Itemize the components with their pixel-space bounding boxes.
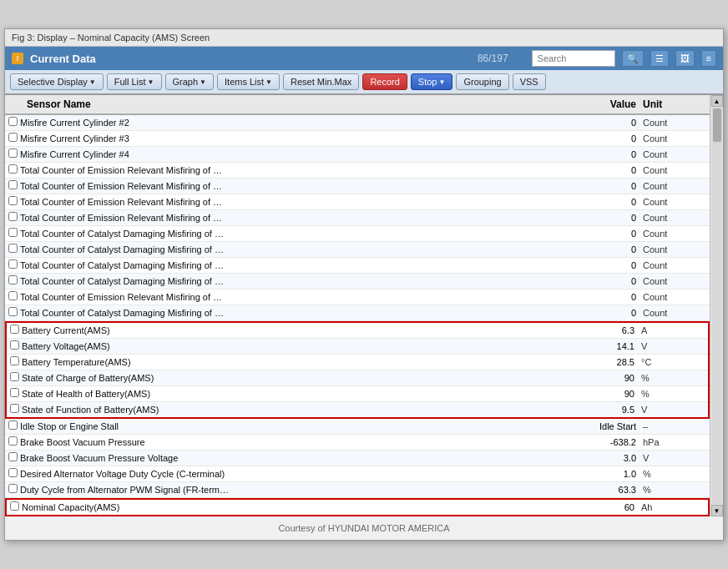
chevron-down-icon: ▼: [148, 78, 154, 86]
header-title: Current Data: [30, 53, 471, 65]
row-checkbox[interactable]: [8, 259, 18, 269]
scroll-up-button[interactable]: ▲: [711, 95, 723, 107]
table-row: Nominal Capacity(AMS) 60 Ah: [7, 500, 708, 515]
table-header: Sensor Name Value Unit: [5, 95, 710, 115]
table-row: State of Health of Battery(AMS) 90 %: [7, 386, 708, 402]
footer-text: Courtesy of HYUNDAI MOTOR AMERICA: [278, 523, 449, 533]
table-row: Duty Cycle from Alternator PWM Signal (F…: [5, 482, 710, 498]
table-row: Misfire Current Cylinder #3 0 Count: [5, 131, 710, 147]
row-checkbox[interactable]: [8, 164, 18, 174]
main-window: Fig 3: Display – Nominal Capacity (AMS) …: [4, 28, 724, 541]
chevron-down-icon: ▼: [265, 78, 272, 86]
graph-button[interactable]: Graph ▼: [165, 73, 215, 90]
table-row: Misfire Current Cylinder #2 0 Count: [5, 115, 710, 131]
window-title: Fig 3: Display – Nominal Capacity (AMS) …: [12, 33, 210, 43]
row-checkbox[interactable]: [10, 372, 19, 381]
table-row: Total Counter of Catalyst Damaging Misfi…: [5, 305, 710, 321]
row-checkbox[interactable]: [8, 484, 18, 493]
row-checkbox[interactable]: [10, 325, 19, 334]
table-row: Battery Temperature(AMS) 28.5 °C: [7, 355, 708, 370]
table-row: Battery Current(AMS) 6.3 A: [7, 323, 708, 339]
table-row: Brake Boost Vacuum Pressure -638.2 hPa: [5, 435, 710, 451]
data-table: Sensor Name Value Unit Misfire Current C…: [5, 95, 723, 516]
reset-min-max-button[interactable]: Reset Min.Max: [283, 73, 359, 90]
row-checkbox[interactable]: [8, 196, 18, 205]
row-checkbox[interactable]: [8, 436, 18, 446]
row-checkbox[interactable]: [10, 388, 19, 397]
table-row: Battery Voltage(AMS) 14.1 V: [7, 339, 708, 355]
row-checkbox[interactable]: [8, 468, 18, 477]
row-checkbox[interactable]: [8, 212, 18, 221]
search-icon-btn[interactable]: 🔍: [622, 50, 644, 67]
scroll-thumb[interactable]: [713, 108, 721, 142]
table-row: Total Counter of Emission Relevant Misfi…: [5, 210, 710, 226]
table-row: Total Counter of Emission Relevant Misfi…: [5, 163, 710, 179]
selective-display-button[interactable]: Selective Display ▼: [10, 73, 104, 90]
image-icon-btn[interactable]: 🖼: [675, 50, 695, 67]
value-col-header: Value: [568, 98, 643, 110]
row-checkbox[interactable]: [10, 340, 19, 350]
title-bar: Fig 3: Display – Nominal Capacity (AMS) …: [5, 29, 723, 47]
row-checkbox[interactable]: [8, 275, 18, 284]
chevron-down-icon: ▼: [89, 78, 96, 86]
nominal-capacity-highlight: Nominal Capacity(AMS) 60 Ah: [5, 498, 710, 516]
row-checkbox[interactable]: [8, 291, 18, 300]
table-row: Total Counter of Emission Relevant Misfi…: [5, 290, 710, 305]
menu-icon-btn[interactable]: ≡: [701, 50, 716, 67]
header-bar: ! Current Data 86/197 🔍 ☰ 🖼 ≡: [5, 47, 723, 70]
row-checkbox[interactable]: [8, 420, 18, 430]
row-checkbox[interactable]: [8, 117, 18, 126]
vss-button[interactable]: VSS: [513, 73, 546, 90]
search-input[interactable]: [532, 50, 615, 67]
warning-icon: !: [12, 53, 23, 64]
full-list-button[interactable]: Full List ▼: [107, 73, 162, 90]
table-row: State of Charge of Battery(AMS) 90 %: [7, 370, 708, 386]
table-row: Total Counter of Catalyst Damaging Misfi…: [5, 258, 710, 274]
stop-button[interactable]: Stop ▼: [411, 73, 453, 90]
table-row: Brake Boost Vacuum Pressure Voltage 3.0 …: [5, 451, 710, 466]
table-row: Misfire Current Cylinder #4 0 Count: [5, 147, 710, 163]
footer: Courtesy of HYUNDAI MOTOR AMERICA: [5, 516, 723, 540]
table-row: Idle Stop or Engine Stall Idle Start –: [5, 419, 710, 435]
row-checkbox[interactable]: [8, 452, 18, 461]
record-button[interactable]: Record: [362, 73, 407, 90]
chevron-down-icon: ▼: [200, 78, 206, 86]
row-checkbox[interactable]: [8, 228, 18, 237]
unit-col-header: Unit: [643, 98, 710, 110]
row-checkbox[interactable]: [8, 180, 18, 189]
scroll-down-button[interactable]: ▼: [711, 505, 723, 516]
table-row: Total Counter of Emission Relevant Misfi…: [5, 194, 710, 210]
table-row: Desired Alternator Voltage Duty Cycle (C…: [5, 466, 710, 482]
table-row: Total Counter of Emission Relevant Misfi…: [5, 179, 710, 194]
row-checkbox[interactable]: [10, 501, 19, 511]
ams-highlight-group: Battery Current(AMS) 6.3 A Battery Volta…: [5, 321, 710, 419]
table-row: Total Counter of Catalyst Damaging Misfi…: [5, 274, 710, 290]
table-row: Total Counter of Catalyst Damaging Misfi…: [5, 242, 710, 258]
toolbar: Selective Display ▼ Full List ▼ Graph ▼ …: [5, 70, 723, 95]
list-icon-btn[interactable]: ☰: [650, 50, 669, 67]
sensor-col-header: Sensor Name: [20, 98, 568, 110]
row-checkbox[interactable]: [8, 149, 18, 158]
row-checkbox[interactable]: [10, 356, 19, 365]
scroll-track: [712, 108, 722, 504]
table-row: State of Function of Battery(AMS) 9.5 V: [7, 402, 708, 417]
table-row: Total Counter of Catalyst Damaging Misfi…: [5, 226, 710, 242]
scrollbar[interactable]: ▲ ▼: [710, 95, 723, 516]
header-counter: 86/197: [478, 53, 508, 64]
row-checkbox[interactable]: [8, 244, 18, 253]
items-list-button[interactable]: Items List ▼: [217, 73, 280, 90]
row-checkbox[interactable]: [10, 404, 19, 413]
row-checkbox[interactable]: [8, 307, 18, 316]
grouping-button[interactable]: Grouping: [456, 73, 508, 90]
chevron-down-icon: ▼: [438, 78, 445, 86]
row-checkbox[interactable]: [8, 133, 18, 142]
